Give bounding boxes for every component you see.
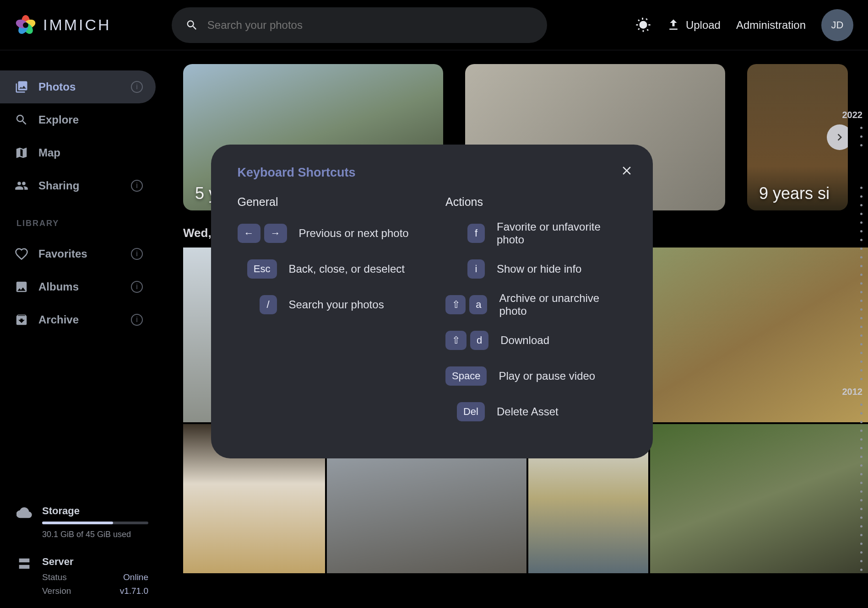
key-cap: Del [457,402,485,421]
keyboard-shortcuts-modal: Keyboard Shortcuts General ←→Previous or… [211,145,653,458]
shortcut-row: fFavorite or unfavorite photo [445,220,626,247]
general-heading: General [238,195,418,209]
key-cap: i [467,259,485,279]
shortcut-description: Back, close, or deselect [289,263,405,275]
shortcut-description: Archive or unarchive photo [499,292,626,317]
shortcut-row: DelDelete Asset [445,398,626,425]
shortcut-description: Previous or next photo [299,227,409,240]
shortcut-description: Delete Asset [497,405,559,418]
shortcut-description: Favorite or unfavorite photo [497,221,626,246]
key-cap: ← [238,224,260,243]
key-cap: ⇧ [445,331,467,350]
key-cap: Space [445,366,487,386]
shortcut-row: iShow or hide info [445,255,626,283]
shortcut-row: /Search your photos [238,291,418,318]
shortcut-row: ⇧aArchive or unarchive photo [445,291,626,318]
shortcut-description: Show or hide info [497,263,581,275]
key-cap: d [470,331,488,350]
key-cap: → [264,224,287,243]
key-cap: f [467,224,485,243]
modal-title: Keyboard Shortcuts [238,166,626,180]
key-cap: a [469,295,487,314]
shortcut-row: SpacePlay or pause video [445,362,626,390]
key-cap: Esc [247,259,277,279]
shortcut-row: ⇧dDownload [445,327,626,354]
shortcut-row: ←→Previous or next photo [238,220,418,247]
shortcut-description: Download [500,334,549,347]
key-cap: ⇧ [445,295,466,314]
shortcut-description: Play or pause video [499,370,595,382]
modal-backdrop[interactable]: Keyboard Shortcuts General ←→Previous or… [0,0,868,608]
shortcut-row: EscBack, close, or deselect [238,255,418,283]
actions-heading: Actions [445,195,626,209]
shortcut-description: Search your photos [289,298,384,311]
close-icon [620,164,634,178]
modal-close-button[interactable] [620,164,634,179]
key-cap: / [260,295,277,314]
